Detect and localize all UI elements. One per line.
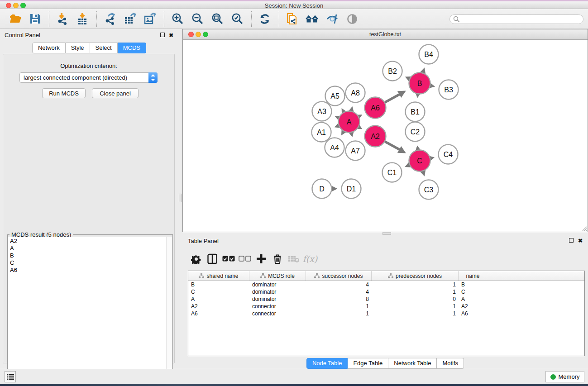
cell-predecessor-nodes[interactable]: 0	[372, 295, 459, 303]
edge-A-A2[interactable]	[359, 127, 361, 129]
node-B3[interactable]: B3	[439, 80, 459, 100]
table-row[interactable]: A6connector11A6	[188, 310, 584, 317]
tab-select[interactable]: Select	[90, 43, 118, 53]
node-C1[interactable]: C1	[382, 163, 402, 182]
apply-layout-button[interactable]	[257, 11, 272, 27]
save-session-button[interactable]	[27, 11, 43, 27]
vertical-splitter-handle[interactable]	[179, 194, 182, 202]
delete-column-button[interactable]	[269, 251, 286, 267]
mcds-result-item[interactable]: A2	[10, 238, 172, 245]
node-D[interactable]: D	[312, 179, 332, 199]
tab-style[interactable]: Style	[66, 43, 90, 53]
cell-successor-nodes[interactable]: 1	[306, 310, 372, 317]
node-B[interactable]: B	[409, 73, 430, 94]
node-C[interactable]: C	[409, 150, 430, 172]
toggle-views-button[interactable]	[344, 11, 360, 27]
import-table-button[interactable]	[75, 11, 90, 27]
search-box[interactable]	[449, 14, 583, 24]
select-all-button[interactable]	[220, 251, 237, 267]
edge-C-C3[interactable]	[423, 171, 424, 175]
cell-MCDS-role[interactable]: connector	[249, 310, 306, 317]
column-header-name[interactable]: name	[459, 271, 487, 281]
node-D1[interactable]: D1	[342, 179, 361, 199]
tab-edge-table[interactable]: Edge Table	[348, 358, 388, 369]
node-C3[interactable]: C3	[419, 180, 439, 200]
horizontal-splitter-handle[interactable]	[382, 232, 391, 235]
task-history-button[interactable]	[5, 371, 16, 382]
column-header-successor-nodes[interactable]: successor nodes	[306, 271, 372, 281]
cell-shared-name[interactable]: C	[188, 288, 249, 295]
edge-B-B4[interactable]	[423, 69, 424, 73]
table-row[interactable]: Cdominator41C	[188, 288, 584, 295]
cell-predecessor-nodes[interactable]: 1	[372, 288, 459, 295]
show-all-panels-button[interactable]	[305, 11, 320, 27]
criterion-dropdown[interactable]: largest connected component (directed)	[19, 72, 158, 83]
column-header-MCDS-role[interactable]: MCDS role	[249, 271, 306, 281]
import-network-button[interactable]	[55, 11, 70, 27]
cell-shared-name[interactable]: A6	[188, 310, 249, 317]
mcds-result-list[interactable]: A2ABCA6	[8, 237, 172, 386]
tab-node-table[interactable]: Node Table	[306, 358, 348, 369]
add-column-button[interactable]	[253, 251, 269, 267]
table-row[interactable]: Bdominator41B	[188, 281, 584, 288]
node-B4[interactable]: B4	[419, 45, 439, 64]
cell-predecessor-nodes[interactable]: 1	[372, 310, 459, 317]
cell-MCDS-role[interactable]: connector	[249, 303, 306, 310]
edge-A-A5[interactable]	[342, 110, 344, 112]
cell-MCDS-role[interactable]: dominator	[249, 288, 306, 295]
node-A4[interactable]: A4	[325, 138, 344, 157]
edge-A2-C[interactable]	[385, 142, 404, 152]
memory-button[interactable]: Memory	[545, 371, 584, 382]
tab-network[interactable]: Network	[32, 43, 66, 53]
edge-C-C2[interactable]	[417, 147, 418, 150]
close-panel-button[interactable]: Close panel	[92, 88, 139, 98]
cell-shared-name[interactable]: A	[188, 295, 249, 303]
cell-name[interactable]: B	[459, 281, 487, 288]
zoom-in-button[interactable]	[170, 11, 185, 27]
edge-B-B1[interactable]	[417, 94, 418, 96]
mcds-list-scrollbar[interactable]	[166, 237, 172, 386]
node-C2[interactable]: C2	[406, 122, 425, 142]
cell-MCDS-role[interactable]: dominator	[249, 281, 306, 288]
node-A8[interactable]: A8	[346, 83, 365, 103]
edge-A-A1[interactable]	[336, 126, 339, 127]
node-A7[interactable]: A7	[346, 141, 365, 161]
tab-motifs[interactable]: Motifs	[437, 358, 464, 369]
edge-C-C4[interactable]	[430, 157, 433, 158]
delete-table-button[interactable]	[286, 251, 302, 267]
cell-name[interactable]: A2	[459, 303, 487, 310]
node-A3[interactable]: A3	[312, 102, 332, 121]
edge-A-A3[interactable]	[336, 117, 339, 118]
edge-A-A6[interactable]	[359, 115, 361, 116]
mcds-result-item[interactable]: C	[10, 259, 172, 267]
node-A1[interactable]: A1	[312, 123, 331, 142]
tab-mcds[interactable]: MCDS	[118, 43, 146, 53]
network-canvas[interactable]: B4B2BB3A5A8A6B1A3AC2A1A2A4A7C4CC1DD1C3	[183, 40, 588, 232]
deselect-all-button[interactable]	[237, 251, 253, 267]
node-A2[interactable]: A2	[365, 126, 386, 147]
cell-shared-name[interactable]: B	[188, 281, 249, 288]
node-B2[interactable]: B2	[383, 62, 402, 81]
open-session-button[interactable]	[7, 11, 23, 27]
node-A[interactable]: A	[339, 111, 360, 133]
column-header-shared-name[interactable]: shared name	[188, 271, 249, 281]
cell-name[interactable]: A6	[459, 310, 487, 317]
run-mcds-button[interactable]: Run MCDS	[42, 88, 86, 98]
search-input[interactable]	[460, 16, 573, 23]
clone-network-button[interactable]	[285, 11, 300, 27]
node-A6[interactable]: A6	[365, 97, 386, 119]
cell-MCDS-role[interactable]: dominator	[249, 295, 306, 303]
cell-successor-nodes[interactable]: 4	[306, 281, 372, 288]
node-C4[interactable]: C4	[439, 145, 458, 164]
zoom-selected-button[interactable]	[229, 11, 245, 27]
export-table-button[interactable]	[122, 11, 138, 27]
edge-B-B2[interactable]	[406, 77, 409, 79]
node-B1[interactable]: B1	[406, 102, 425, 122]
edge-C-C1[interactable]	[406, 165, 410, 167]
column-header-predecessor-nodes[interactable]: predecessor nodes	[372, 271, 459, 281]
close-table-panel-icon[interactable]: ✖	[578, 238, 583, 244]
zoom-out-button[interactable]	[190, 11, 205, 27]
mcds-result-item[interactable]: A	[10, 245, 172, 252]
edge-A-A8[interactable]	[351, 108, 352, 111]
cell-successor-nodes[interactable]: 4	[306, 288, 372, 295]
